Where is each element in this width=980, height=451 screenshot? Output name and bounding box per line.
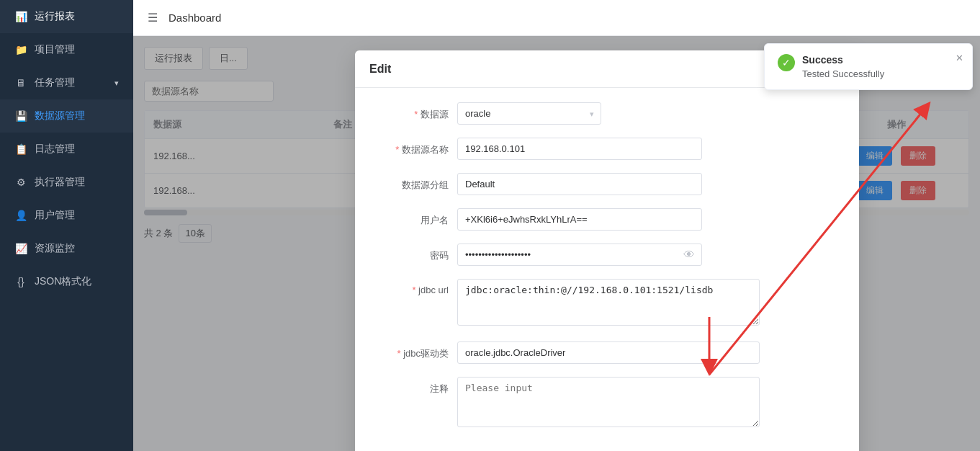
sidebar-item-yunxing[interactable]: 📊 运行报表 (0, 0, 133, 33)
eye-icon[interactable]: 👁 (683, 249, 695, 262)
sidebar-label-yonghu: 用户管理 (35, 209, 75, 222)
control-datasource-name (457, 138, 837, 160)
notification-close-button[interactable]: ✕ (956, 53, 963, 63)
field-group: 数据源分组 (377, 173, 837, 195)
database-icon: 💾 (14, 110, 27, 122)
field-jdbc-url: jdbc url jdbc:oracle:thin:@//192.168.0.1… (377, 279, 837, 329)
control-jdbc-url: jdbc:oracle:thin:@//192.168.0.101:1521/l… (457, 279, 837, 329)
sidebar-label-shujuyuan: 数据源管理 (35, 110, 85, 122)
label-datasource: 数据源 (377, 102, 449, 121)
notification-message: Tested Successfully (802, 68, 884, 79)
sidebar-item-rizhi[interactable]: 📋 日志管理 (0, 133, 133, 166)
log-icon: 📋 (14, 143, 27, 155)
sidebar-label-yunxing: 运行报表 (35, 10, 75, 23)
sidebar-label-json: JSON格式化 (35, 275, 91, 288)
jdbc-url-input[interactable]: jdbc:oracle:thin:@//192.168.0.101:1521/l… (457, 279, 760, 326)
select-wrap-datasource: oracle ▾ (457, 102, 601, 125)
group-input[interactable] (457, 173, 702, 195)
control-jdbc-driver (457, 341, 837, 364)
success-notification: ✓ Success Tested Successfully ✕ (764, 43, 973, 90)
header: ☰ Dashboard (133, 0, 980, 36)
control-username (457, 208, 837, 231)
field-password: 密码 👁 (377, 244, 837, 266)
field-jdbc-driver: jdbc驱动类 (377, 341, 837, 364)
control-datasource: oracle ▾ (457, 102, 837, 125)
header-title: Dashboard (168, 12, 221, 24)
monitor-icon: 🖥 (14, 77, 27, 89)
gear-icon: ⚙ (14, 177, 27, 188)
main-area: ☰ Dashboard 运行报表 日... 数据源 备注 操作 192.168.… (133, 0, 980, 451)
control-password: 👁 (457, 244, 837, 266)
sidebar-item-json[interactable]: {} JSON格式化 (0, 265, 133, 298)
remark-input[interactable] (457, 377, 760, 427)
datasource-name-input[interactable] (457, 138, 702, 160)
sidebar-label-rizhi: 日志管理 (35, 143, 75, 156)
field-remark: 注释 (377, 377, 837, 430)
control-remark (457, 377, 837, 430)
sidebar-item-shujuyuan[interactable]: 💾 数据源管理 (0, 99, 133, 133)
edit-modal: Edit ✕ 数据源 oracle ▾ (355, 50, 859, 451)
field-datasource: 数据源 oracle ▾ (377, 102, 837, 125)
menu-icon[interactable]: ☰ (148, 11, 158, 24)
sidebar-item-xiangmu[interactable]: 📁 项目管理 (0, 33, 133, 66)
success-icon: ✓ (778, 54, 795, 71)
sidebar-item-renwu[interactable]: 🖥 任务管理 ▾ (0, 66, 133, 99)
json-icon: {} (14, 276, 27, 287)
label-password: 密码 (377, 244, 449, 262)
sidebar-label-xiangmu: 项目管理 (35, 43, 75, 56)
label-remark: 注释 (377, 377, 449, 396)
label-jdbc-url: jdbc url (377, 279, 449, 295)
notification-content: Success Tested Successfully (802, 54, 884, 79)
username-input[interactable] (457, 208, 702, 231)
content-area: 运行报表 日... 数据源 备注 操作 192.168... 编辑 删除 192… (133, 36, 980, 451)
control-group (457, 173, 837, 195)
field-datasource-name: 数据源名称 (377, 138, 837, 160)
chart-icon: 📊 (14, 11, 27, 22)
sidebar-item-yonghu[interactable]: 👤 用户管理 (0, 199, 133, 232)
check-icon: ✓ (782, 57, 791, 68)
sidebar-label-zhixingqi: 执行器管理 (35, 176, 85, 189)
notification-title: Success (802, 54, 884, 66)
label-datasource-name: 数据源名称 (377, 138, 449, 156)
jdbc-driver-input[interactable] (457, 341, 760, 364)
field-username: 用户名 (377, 208, 837, 231)
label-username: 用户名 (377, 208, 449, 227)
sidebar-item-ziyuan[interactable]: 📈 资源监控 (0, 232, 133, 265)
sidebar-item-zhixingqi[interactable]: ⚙ 执行器管理 (0, 166, 133, 199)
folder-icon: 📁 (14, 44, 27, 55)
datasource-select[interactable]: oracle (457, 102, 601, 125)
monitor-chart-icon: 📈 (14, 243, 27, 254)
chevron-down-icon: ▾ (114, 79, 119, 88)
label-jdbc-driver: jdbc驱动类 (377, 341, 449, 360)
user-icon: 👤 (14, 210, 27, 221)
sidebar-label-renwu: 任务管理 (35, 76, 75, 89)
sidebar: 📊 运行报表 📁 项目管理 🖥 任务管理 ▾ 💾 数据源管理 📋 日志管理 ⚙ … (0, 0, 133, 451)
password-input[interactable] (457, 244, 702, 266)
modal-title: Edit (369, 63, 391, 76)
modal-body: 数据源 oracle ▾ 数据源名称 (355, 88, 859, 451)
password-wrap: 👁 (457, 244, 702, 266)
sidebar-label-ziyuan: 资源监控 (35, 242, 75, 255)
label-group: 数据源分组 (377, 173, 449, 192)
